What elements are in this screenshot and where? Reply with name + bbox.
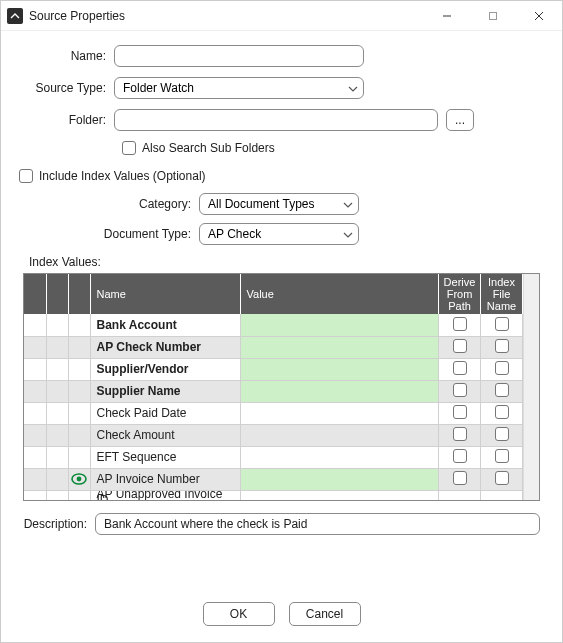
row-value[interactable] — [240, 424, 439, 446]
row-derive-cell — [439, 446, 481, 468]
name-row: Name: — [19, 45, 544, 67]
row-index-cell — [481, 314, 523, 336]
row-value[interactable] — [240, 468, 439, 490]
row-eye-cell — [68, 380, 90, 402]
doctype-value[interactable] — [199, 223, 359, 245]
doctype-row: Document Type: — [19, 223, 544, 245]
category-select[interactable] — [199, 193, 359, 215]
source-type-label: Source Type: — [19, 81, 114, 95]
row-eye-cell — [68, 314, 90, 336]
source-type-row: Source Type: — [19, 77, 544, 99]
source-type-value[interactable] — [114, 77, 364, 99]
row-index-cell — [481, 402, 523, 424]
grid-header-row: Name Value Derive From Path Index File N… — [24, 274, 523, 314]
row-value[interactable] — [240, 490, 439, 500]
subfolders-row: Also Search Sub Folders — [122, 141, 544, 155]
description-field[interactable]: Bank Account where the check is Paid — [95, 513, 540, 535]
index-file-checkbox[interactable] — [495, 361, 509, 375]
row-value[interactable] — [240, 402, 439, 424]
row-blank-cell — [24, 402, 46, 424]
grid-header-blank3 — [68, 274, 90, 314]
minimize-button[interactable] — [424, 1, 470, 31]
derive-checkbox[interactable] — [453, 471, 467, 485]
row-name: Check Amount — [90, 424, 240, 446]
derive-checkbox[interactable] — [453, 405, 467, 419]
index-file-checkbox[interactable] — [495, 317, 509, 331]
table-row[interactable]: AP Invoice Number — [24, 468, 523, 490]
row-derive-cell — [439, 336, 481, 358]
row-value[interactable] — [240, 336, 439, 358]
derive-checkbox[interactable] — [453, 317, 467, 331]
grid-header-value[interactable]: Value — [240, 274, 439, 314]
maximize-button[interactable] — [470, 1, 516, 31]
row-blank-cell — [24, 358, 46, 380]
index-file-checkbox[interactable] — [495, 471, 509, 485]
subfolders-checkbox[interactable] — [122, 141, 136, 155]
derive-checkbox[interactable] — [453, 383, 467, 397]
row-name: Check Paid Date — [90, 402, 240, 424]
row-blank-cell — [24, 314, 46, 336]
source-type-select[interactable] — [114, 77, 364, 99]
row-name: Supplier Name — [90, 380, 240, 402]
index-file-checkbox[interactable] — [495, 405, 509, 419]
close-icon — [534, 11, 544, 21]
index-file-checkbox[interactable] — [495, 339, 509, 353]
row-value[interactable] — [240, 446, 439, 468]
derive-checkbox[interactable] — [453, 427, 467, 441]
minimize-icon — [442, 11, 452, 21]
row-eye-cell[interactable] — [68, 468, 90, 490]
row-index-cell — [481, 424, 523, 446]
row-blank-cell — [24, 490, 46, 500]
table-row[interactable]: Check Amount — [24, 424, 523, 446]
button-bar: OK Cancel — [1, 602, 562, 626]
row-blank-cell — [46, 468, 68, 490]
row-derive-cell — [439, 490, 481, 500]
row-derive-cell — [439, 468, 481, 490]
table-row[interactable]: EFT Sequence — [24, 446, 523, 468]
index-file-checkbox[interactable] — [495, 449, 509, 463]
row-index-cell — [481, 358, 523, 380]
include-index-row: Include Index Values (Optional) — [19, 169, 544, 183]
name-input[interactable] — [114, 45, 364, 67]
browse-button[interactable]: ... — [446, 109, 474, 131]
index-values-label: Index Values: — [29, 255, 544, 269]
table-row[interactable]: Supplier/Vendor — [24, 358, 523, 380]
table-row[interactable]: Bank Account — [24, 314, 523, 336]
description-row: Description: Bank Account where the chec… — [23, 513, 540, 535]
derive-checkbox[interactable] — [453, 361, 467, 375]
row-derive-cell — [439, 424, 481, 446]
category-row: Category: — [19, 193, 544, 215]
derive-checkbox[interactable] — [453, 339, 467, 353]
index-file-checkbox[interactable] — [495, 427, 509, 441]
table-row[interactable]: AP Check Number — [24, 336, 523, 358]
table-row[interactable]: AP Unapproved Invoice ID — [24, 490, 523, 500]
derive-checkbox[interactable] — [453, 449, 467, 463]
cancel-button[interactable]: Cancel — [289, 602, 361, 626]
include-index-checkbox[interactable] — [19, 169, 33, 183]
row-blank-cell — [68, 490, 90, 500]
ok-button[interactable]: OK — [203, 602, 275, 626]
grid-header-index[interactable]: Index File Name — [481, 274, 523, 314]
folder-input[interactable] — [114, 109, 438, 131]
close-button[interactable] — [516, 1, 562, 31]
category-label: Category: — [19, 197, 199, 211]
row-value[interactable] — [240, 358, 439, 380]
maximize-icon — [488, 11, 498, 21]
row-name: Bank Account — [90, 314, 240, 336]
doctype-select[interactable] — [199, 223, 359, 245]
grid-header-name[interactable]: Name — [90, 274, 240, 314]
include-index-label: Include Index Values (Optional) — [39, 169, 206, 183]
category-value[interactable] — [199, 193, 359, 215]
row-value[interactable] — [240, 314, 439, 336]
table-row[interactable]: Supplier Name — [24, 380, 523, 402]
window-title: Source Properties — [29, 9, 125, 23]
doctype-label: Document Type: — [19, 227, 199, 241]
svg-point-5 — [77, 477, 82, 482]
row-blank-cell — [24, 424, 46, 446]
index-file-checkbox[interactable] — [495, 383, 509, 397]
row-value[interactable] — [240, 380, 439, 402]
row-blank-cell — [24, 380, 46, 402]
grid-header-derive[interactable]: Derive From Path — [439, 274, 481, 314]
grid-scrollbar[interactable] — [523, 274, 539, 500]
table-row[interactable]: Check Paid Date — [24, 402, 523, 424]
